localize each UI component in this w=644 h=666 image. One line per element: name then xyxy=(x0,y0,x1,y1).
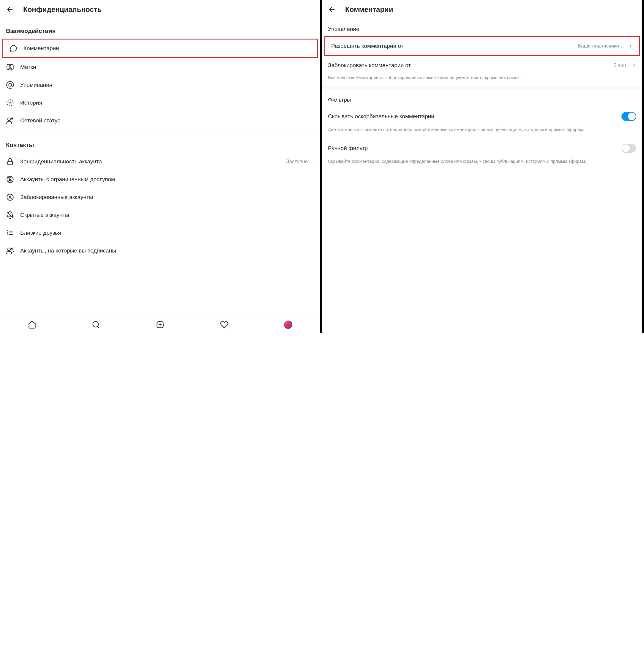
privacy-screen: Конфиденциальность Взаимодействия Коммен… xyxy=(0,0,322,333)
manual-filter-description: Скрывайте комментарии, содержащие опреде… xyxy=(322,158,642,170)
comment-icon xyxy=(9,44,18,53)
row-label: Скрывать оскорбительные комментарии xyxy=(328,112,617,120)
chevron-right-icon xyxy=(628,44,633,48)
item-blocked[interactable]: Заблокированные аккаунты xyxy=(0,188,320,206)
svg-rect-6 xyxy=(8,161,13,165)
item-muted[interactable]: Скрытые аккаунты xyxy=(0,206,320,224)
hide-offensive-description: Автоматически скрывайте потенциально оск… xyxy=(322,126,642,138)
row-hide-offensive[interactable]: Скрывать оскорбительные комментарии xyxy=(322,107,642,126)
item-following[interactable]: Аккаунты, на которые вы подписаны xyxy=(0,242,320,260)
muted-icon xyxy=(6,211,14,219)
search-icon[interactable] xyxy=(92,320,100,329)
item-label: Заблокированные аккаунты xyxy=(20,194,314,200)
tab-bar xyxy=(0,316,320,333)
row-allow-comments-from[interactable]: Разрешить комментарии от Ваши подписчики… xyxy=(325,37,639,55)
item-label: Метки xyxy=(20,64,314,70)
section-management-title: Управление xyxy=(322,19,642,36)
header: Комментарии xyxy=(322,0,642,19)
add-post-icon[interactable] xyxy=(156,320,164,329)
restricted-icon xyxy=(6,175,14,183)
following-icon xyxy=(6,247,14,255)
item-label: Близкие друзья xyxy=(20,230,314,236)
block-description: Все новые комментарии от заблокированных… xyxy=(322,74,642,86)
toggle-manual-filter[interactable] xyxy=(622,144,636,153)
row-block-comments-from[interactable]: Заблокировать комментарии от 0 чел. xyxy=(322,56,642,74)
item-close-friends[interactable]: Близкие друзья xyxy=(0,224,320,242)
row-value: 0 чел. xyxy=(613,62,627,68)
item-label: Аккаунты с ограниченным доступом xyxy=(20,176,314,183)
tag-icon xyxy=(6,63,14,71)
story-icon xyxy=(6,99,14,107)
close-friends-icon xyxy=(6,229,14,237)
item-label: Комментарии xyxy=(23,45,311,52)
page-title: Конфиденциальность xyxy=(23,5,102,14)
toggle-hide-offensive[interactable] xyxy=(622,112,636,121)
row-label: Заблокировать комментарии от xyxy=(328,62,609,69)
profile-avatar[interactable] xyxy=(284,320,292,329)
highlight-comments: Комментарии xyxy=(2,39,318,58)
item-account-privacy[interactable]: Конфиденциальность аккаунта Доступно … xyxy=(0,153,320,171)
section-interactions-title: Взаимодействия xyxy=(0,19,320,39)
svg-point-4 xyxy=(8,118,11,121)
item-activity-status[interactable]: Сетевой статус xyxy=(0,112,320,129)
section-filters-title: Фильтры xyxy=(322,90,642,107)
chevron-right-icon xyxy=(631,63,636,67)
item-comments[interactable]: Комментарии xyxy=(3,39,317,57)
home-icon[interactable] xyxy=(28,320,36,329)
back-arrow-icon[interactable] xyxy=(328,5,336,14)
item-restricted[interactable]: Аккаунты с ограниченным доступом xyxy=(0,171,320,188)
svg-point-2 xyxy=(8,84,11,86)
blocked-icon xyxy=(6,193,14,201)
item-secondary: Доступно … xyxy=(286,159,314,164)
page-title: Комментарии xyxy=(345,5,393,14)
section-spacer xyxy=(322,86,642,90)
comments-screen: Комментарии Управление Разрешить коммент… xyxy=(322,0,644,333)
content-area: Управление Разрешить комментарии от Ваши… xyxy=(322,19,642,333)
item-tags[interactable]: Метки xyxy=(0,58,320,76)
content-area: Взаимодействия Комментарии Метки Упомина… xyxy=(0,19,320,316)
svg-point-10 xyxy=(8,248,11,251)
lock-icon xyxy=(6,157,14,166)
item-label: История xyxy=(20,100,314,106)
item-label: Скрытые аккаунты xyxy=(20,212,314,218)
row-label: Ручной фильтр xyxy=(328,144,617,152)
item-label: Аккаунты, на которые вы подписаны xyxy=(20,247,314,254)
item-story[interactable]: История xyxy=(0,94,320,112)
item-label: Сетевой статус xyxy=(20,117,314,124)
svg-point-11 xyxy=(12,248,13,249)
item-label: Упоминания xyxy=(20,82,314,88)
row-label: Разрешить комментарии от xyxy=(331,42,574,50)
svg-point-12 xyxy=(93,322,99,327)
row-manual-filter[interactable]: Ручной фильтр xyxy=(322,138,642,158)
back-arrow-icon[interactable] xyxy=(6,5,14,14)
mention-icon xyxy=(6,81,14,89)
svg-point-5 xyxy=(12,118,13,119)
activity-icon xyxy=(6,117,14,125)
item-label: Конфиденциальность аккаунта xyxy=(20,158,280,165)
heart-icon[interactable] xyxy=(220,320,228,329)
header: Конфиденциальность xyxy=(0,0,320,19)
highlight-allow-from: Разрешить комментарии от Ваши подписчики… xyxy=(324,36,640,56)
row-value: Ваши подписчики… xyxy=(578,43,624,49)
svg-point-1 xyxy=(9,66,11,67)
item-mentions[interactable]: Упоминания xyxy=(0,76,320,94)
section-contacts-title: Контакты xyxy=(0,134,320,153)
